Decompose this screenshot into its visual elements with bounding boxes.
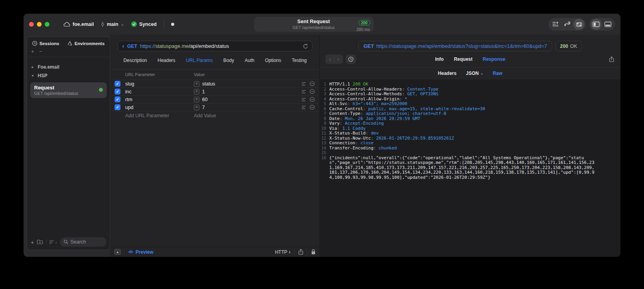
sync-status[interactable]: Synced — [131, 21, 157, 27]
tree-group-label: HSP — [38, 73, 47, 78]
param-enabled-checkbox[interactable]: ✓ — [115, 104, 120, 110]
method-stepper-icon[interactable]: ▲▼ — [122, 45, 124, 48]
tab-description[interactable]: Description — [123, 58, 147, 63]
add-param-row[interactable]: Add URL Parameter Add Value — [111, 111, 319, 120]
add-param-value-placeholder[interactable]: Add Value — [194, 113, 216, 118]
row-options-icon[interactable] — [301, 82, 306, 86]
add-request-button[interactable]: + — [31, 239, 34, 245]
preview-button[interactable]: </> Preview — [128, 249, 153, 255]
remove-param-icon[interactable] — [310, 81, 315, 86]
param-value-text[interactable]: status — [202, 81, 215, 87]
tab-sessions[interactable]: Sessions — [32, 41, 59, 46]
row-options-icon[interactable] — [301, 98, 306, 102]
add-param-name-placeholder[interactable]: Add URL Parameter — [125, 113, 194, 118]
tab-auth[interactable]: Auth — [244, 58, 254, 63]
tree-group-hsp[interactable]: ▾ HSP — [30, 71, 107, 80]
status-dot — [171, 23, 174, 26]
sequence-button[interactable] — [550, 19, 561, 30]
remove-session-button[interactable]: − — [39, 48, 42, 55]
param-row-actions — [301, 89, 315, 94]
request-duration: 280 ms — [356, 27, 370, 33]
row-options-icon[interactable] — [301, 90, 306, 94]
subtab-label: Raw — [493, 71, 502, 76]
subtab-headers[interactable]: Headers — [438, 71, 456, 76]
param-name[interactable]: slug — [125, 81, 194, 87]
tab-url-params[interactable]: URL Params — [186, 58, 213, 63]
protocol-stepper-icon: ▲▼ — [288, 251, 291, 254]
layout-left-panel-button[interactable] — [591, 19, 602, 30]
param-value-text[interactable]: 60 — [202, 97, 208, 102]
param-enabled-checkbox[interactable]: ✓ — [115, 89, 120, 95]
close-window-button[interactable] — [29, 22, 34, 27]
param-value[interactable]: =60 — [194, 97, 301, 102]
param-value[interactable]: =7 — [194, 105, 301, 110]
sync-label: Synced — [139, 22, 157, 27]
line-number: 12 — [320, 136, 329, 141]
param-value-text[interactable]: 1 — [202, 89, 205, 95]
response-request-url[interactable]: GET https://statuspage.me/api/embed/stat… — [358, 41, 552, 51]
sent-request-pill[interactable]: Sent Request GET /api/embed/status 200 2… — [254, 17, 374, 32]
expand-panel-button[interactable]: ▲ — [114, 249, 121, 255]
send-receive-button[interactable] — [573, 19, 584, 30]
param-enabled-checkbox[interactable]: ✓ — [115, 96, 120, 102]
export-response-icon[interactable] — [609, 56, 614, 62]
protocol-selector[interactable]: HTTP ▲▼ — [275, 249, 291, 255]
layout-bottom-panel-button[interactable] — [602, 19, 613, 30]
tab-options[interactable]: Options — [265, 58, 281, 63]
param-enabled-checkbox[interactable]: ✓ — [115, 81, 120, 87]
row-options-icon[interactable] — [301, 105, 306, 109]
history-forward-button[interactable]: › — [334, 55, 342, 64]
status-code-badge: 200 — [359, 20, 370, 25]
line-number: 9 — [320, 121, 329, 126]
remove-param-icon[interactable] — [310, 105, 315, 110]
response-subtabs: HeadersJSON⌄Raw — [320, 67, 620, 79]
request-method[interactable]: GET — [127, 44, 137, 49]
tab-request[interactable]: Request — [454, 56, 473, 62]
history-clock-button[interactable] — [346, 55, 356, 64]
search-input[interactable]: Search — [60, 237, 106, 247]
remove-param-icon[interactable] — [310, 97, 315, 102]
tab-headers[interactable]: Headers — [157, 58, 175, 63]
request-url-bar[interactable]: ▲▼ GET https://statuspage.me/api/embed/s… — [118, 41, 312, 51]
param-value-text[interactable]: 7 — [202, 105, 205, 110]
sidebar-request-item[interactable]: Request GET /api/embed/status — [30, 82, 107, 98]
response-request-url-text: https://statuspage.me/api/embed/status?s… — [376, 43, 547, 49]
param-value[interactable]: =1 — [194, 89, 301, 95]
minimize-window-button[interactable] — [37, 22, 42, 27]
resend-request-icon[interactable] — [303, 44, 308, 49]
tree-group-foe-email[interactable]: ▸ Foe.email — [30, 63, 107, 71]
subtab-raw[interactable]: Raw — [493, 71, 502, 76]
line-number: 11 — [320, 131, 329, 136]
chevron-down-icon: ⌄ — [120, 22, 124, 26]
param-value[interactable]: =status — [194, 81, 301, 87]
response-body-code[interactable]: 1HTTP/1.1 200 OK2Access-Control-Allow-He… — [320, 79, 620, 257]
new-folder-icon[interactable] — [37, 239, 43, 245]
tab-testing[interactable]: Testing — [292, 58, 307, 63]
rebase-button[interactable] — [562, 19, 573, 30]
project-menu[interactable]: foe.email — [64, 22, 94, 27]
request-url[interactable]: https://statuspage.me/api/embed/status — [140, 43, 229, 49]
param-name[interactable]: rtm — [125, 97, 194, 102]
remove-param-icon[interactable] — [310, 89, 315, 94]
request-pane: ▲▼ GET https://statuspage.me/api/embed/s… — [110, 35, 320, 257]
sent-request-subtitle: GET /api/embed/status — [254, 25, 374, 30]
sessions-tab-label: Sessions — [39, 41, 59, 46]
branch-selector[interactable]: main ⌄ — [101, 22, 124, 27]
response-request-method: GET — [363, 43, 374, 49]
history-back-button[interactable]: ‹ — [326, 55, 334, 64]
tab-response[interactable]: Response — [483, 56, 505, 62]
search-placeholder: Search — [70, 239, 86, 245]
tab-body[interactable]: Body — [223, 58, 234, 63]
tab-environments[interactable]: Environments — [67, 41, 105, 46]
param-name[interactable]: upd — [125, 105, 194, 110]
param-row-actions — [301, 81, 315, 86]
subtab-json[interactable]: JSON⌄ — [466, 71, 483, 76]
param-name[interactable]: inc — [125, 89, 194, 95]
tab-info[interactable]: Info — [435, 56, 444, 62]
sort-list-button[interactable]: ⌄ — [49, 240, 58, 244]
zoom-window-button[interactable] — [45, 22, 49, 27]
share-icon[interactable] — [298, 249, 303, 255]
add-session-button[interactable]: + — [31, 48, 34, 55]
line-number: 14 — [320, 146, 329, 151]
response-status-pill: 200 OK — [555, 41, 582, 51]
